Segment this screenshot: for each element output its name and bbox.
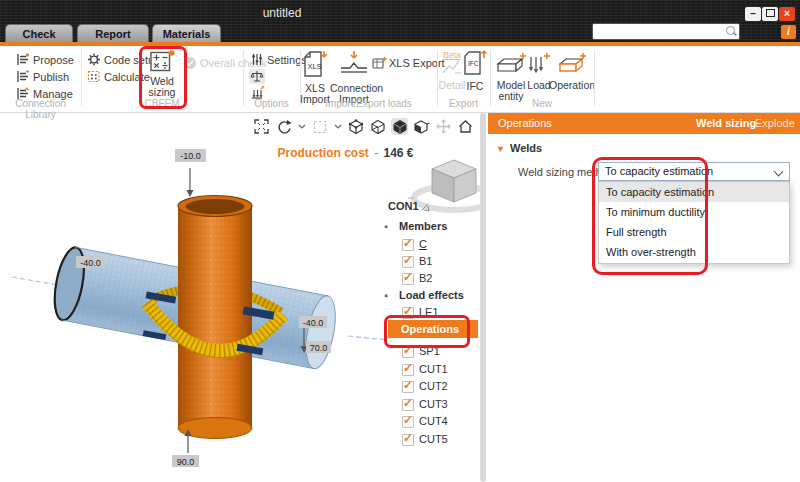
panel-tab-weld-sizing[interactable]: Weld sizing (696, 113, 756, 134)
zoom-fit-icon (254, 119, 269, 134)
select-options-chevron[interactable] (333, 118, 342, 135)
tab-materials[interactable]: Materials (152, 24, 221, 43)
view-transparent-button[interactable] (369, 118, 386, 135)
group-label-options: Options (243, 98, 300, 110)
detail-icon (441, 60, 463, 76)
checkbox-checked[interactable] (402, 256, 414, 268)
operation-button[interactable]: Operation (549, 52, 593, 91)
publish-icon (16, 70, 30, 83)
close-button[interactable]: × (779, 7, 795, 21)
app-window: untitled – × i Check Report Materials Pr… (0, 0, 800, 482)
section-collapse-icon[interactable]: ▼ (496, 144, 505, 154)
welds-section-label: Welds (510, 142, 542, 154)
propose-icon (16, 53, 30, 66)
pan-view-button (435, 118, 452, 135)
window-title: untitled (222, 6, 342, 20)
panel-title: Operations (498, 113, 552, 134)
settings-button[interactable]: Settings (250, 53, 264, 68)
minimize-button[interactable]: – (745, 7, 761, 21)
view-section-button[interactable] (413, 118, 430, 135)
option-full-strength[interactable]: Full strength (599, 222, 789, 242)
member-orange-brace[interactable] (178, 196, 252, 439)
operation-icon (554, 52, 588, 76)
checkbox-checked[interactable] (402, 381, 414, 393)
weld-sizing-icon (150, 50, 175, 72)
tree-scrollbar[interactable] (480, 113, 486, 482)
rotate-options-chevron[interactable] (297, 118, 306, 135)
calculate-icon (87, 70, 101, 83)
ifc-icon: IFC (462, 50, 488, 77)
home-icon (458, 119, 473, 134)
tab-check[interactable]: Check (5, 24, 73, 43)
checkbox-checked[interactable] (402, 416, 414, 428)
expand-arrow-icon[interactable]: ▸ (383, 223, 391, 231)
model-tree: CON1 ▸ Members C B1 B2 ▸ Load effects LE… (384, 200, 480, 480)
cube-section-icon (413, 119, 430, 135)
pan-icon (436, 119, 451, 134)
group-label-export: Export (437, 98, 490, 110)
settings-icon (250, 53, 264, 66)
tree-group-operations-selected[interactable]: Operations (388, 320, 478, 338)
zoom-fit-button[interactable] (253, 118, 270, 135)
option-with-over-strength[interactable]: With over-strength (599, 242, 789, 262)
xls-import-icon: XLS (301, 50, 329, 79)
tab-report[interactable]: Report (77, 24, 149, 43)
checkbox-checked[interactable] (402, 307, 414, 319)
connection-import-button[interactable]: Connection Import (330, 50, 378, 105)
load-label-left: -40.0 (80, 258, 101, 268)
select-region-button (311, 118, 328, 135)
overall-check-button: Overall check (183, 56, 197, 71)
weld-sizing-method-options: To capacity estimation To minimum ductil… (598, 181, 790, 264)
panel-tab-explode[interactable]: Explode (755, 113, 795, 134)
marquee-icon (313, 120, 327, 134)
viewport-toolbar (253, 118, 474, 135)
publish-button[interactable]: Publish (16, 70, 30, 85)
load-label-top: -10.0 (180, 151, 201, 161)
properties-panel: Operations Weld sizing Explode ▼ Welds W… (488, 113, 800, 482)
checkbox-checked[interactable] (402, 273, 414, 285)
xls-import-button[interactable]: XLS XLS Import (296, 50, 334, 105)
search-input[interactable] (592, 23, 740, 40)
svg-text:IFC: IFC (468, 60, 479, 67)
weld-sizing-button[interactable]: Weld sizing (143, 50, 181, 98)
svg-text:XLS: XLS (308, 62, 322, 71)
rotate-view-button[interactable] (275, 118, 292, 135)
member-axis-line (348, 336, 388, 340)
checkbox-checked[interactable] (402, 364, 414, 376)
cube-solid-icon (392, 119, 408, 135)
ribbon: Propose Publish Manage Connection Librar… (0, 46, 800, 113)
group-label-import-export: Import/Export loads (300, 98, 437, 110)
chevron-down-icon (298, 124, 306, 129)
checkbox-checked[interactable] (402, 399, 414, 411)
checkbox-checked[interactable] (402, 239, 414, 251)
overall-check-icon (183, 56, 197, 70)
view-solid-button[interactable] (391, 118, 408, 135)
weld-sizing-method-select[interactable]: To capacity estimation (598, 162, 790, 181)
home-view-button[interactable] (457, 118, 474, 135)
model-entity-icon (495, 52, 527, 76)
load-label-right-top: -40.0 (303, 318, 324, 328)
rotate-icon (276, 119, 292, 134)
tree-root[interactable]: CON1 (388, 200, 419, 214)
chevron-down-icon (334, 124, 342, 129)
propose-button[interactable]: Propose (16, 53, 30, 68)
member-axis-line (12, 277, 58, 285)
checkbox-checked[interactable] (402, 434, 414, 446)
code-check-button[interactable] (249, 69, 265, 84)
info-button[interactable]: i (781, 25, 796, 39)
maximize-button[interactable] (762, 7, 778, 21)
xls-export-button[interactable]: XLS Export (372, 56, 387, 71)
connection-import-icon (337, 50, 371, 79)
option-to-minimum-ductility[interactable]: To minimum ductility (599, 202, 789, 222)
checkbox-checked[interactable] (402, 346, 414, 358)
search-icon (726, 26, 735, 35)
ribbon-separator (594, 50, 595, 106)
calculate-button[interactable]: Calculate (87, 70, 101, 85)
load-label-bottom: 90.0 (177, 457, 195, 467)
ifc-button[interactable]: IFC IFC (462, 50, 488, 92)
view-wireframe-button[interactable] (347, 118, 364, 135)
code-setup-button[interactable]: Code setup (87, 53, 101, 68)
group-label-new: New (490, 98, 594, 110)
expand-arrow-icon[interactable]: ▸ (383, 292, 391, 300)
option-to-capacity-estimation[interactable]: To capacity estimation (599, 182, 789, 202)
